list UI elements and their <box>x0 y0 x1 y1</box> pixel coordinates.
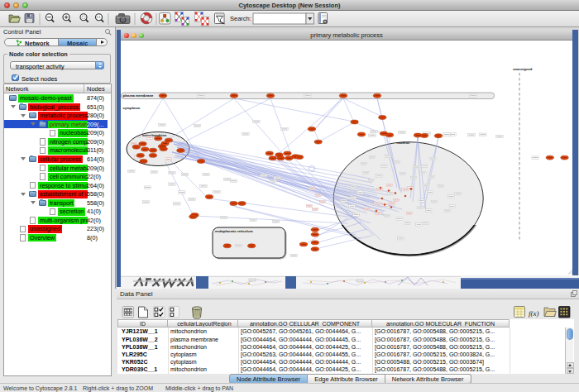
svg-text:endoplasmic reticulum: endoplasmic reticulum <box>215 229 253 233</box>
svg-text:cytoplasm: cytoplasm <box>123 106 141 110</box>
svg-text:nucleus: nucleus <box>397 141 410 145</box>
svg-text:plasma membrane: plasma membrane <box>123 93 154 98</box>
svg-text:f(x): f(x) <box>529 309 539 318</box>
svg-text:unassigned: unassigned <box>513 67 533 71</box>
svg-text:1:1: 1:1 <box>97 16 101 19</box>
svg-text:Search:: Search: <box>230 15 251 22</box>
svg-text:mitochondrion: mitochondrion <box>142 133 167 137</box>
